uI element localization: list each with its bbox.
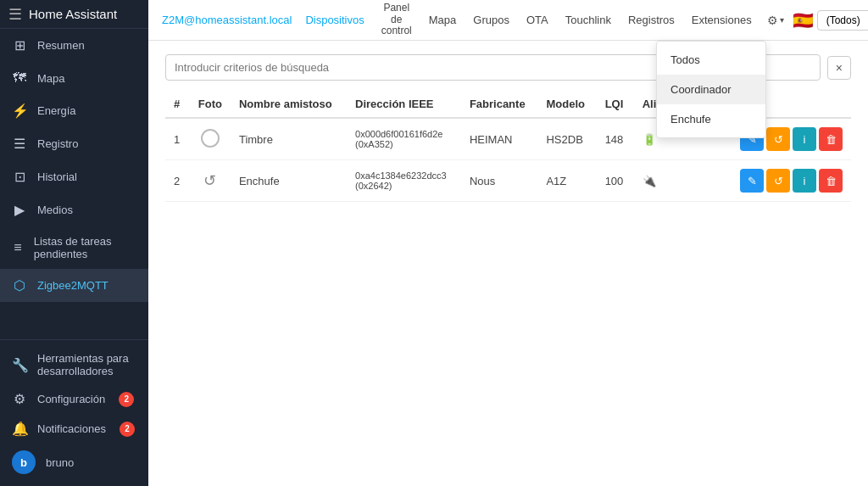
language-flag[interactable]: 🇪🇸 bbox=[793, 10, 814, 31]
config-badge: 2 bbox=[119, 392, 134, 407]
sidebar-item-label: Configuración bbox=[37, 393, 105, 405]
sidebar-item-medios[interactable]: ▶ Medios bbox=[0, 193, 148, 226]
refresh-button[interactable]: ↺ bbox=[766, 127, 790, 151]
dropdown-item-enchufe[interactable]: Enchufe bbox=[657, 104, 765, 134]
resumen-icon: ⊞ bbox=[12, 37, 27, 53]
nav-grupos[interactable]: Grupos bbox=[466, 10, 516, 30]
row2-num: 2 bbox=[165, 160, 190, 202]
sidebar-item-label: Herramientas para desarrolladores bbox=[37, 352, 136, 377]
config-icon: ⚙ bbox=[12, 391, 27, 407]
app-title: Home Assistant bbox=[29, 7, 117, 21]
sidebar-item-historial[interactable]: ⊡ Historial bbox=[0, 160, 148, 193]
row1-num: 1 bbox=[165, 118, 190, 160]
developer-icon: 🔧 bbox=[12, 357, 27, 373]
filter-select[interactable]: (Todos) Coordinador Router End Device bbox=[817, 10, 868, 31]
sidebar-item-mapa[interactable]: 🗺 Mapa bbox=[0, 62, 148, 94]
row2-ieee: 0xa4c1384e6232dcc3(0x2642) bbox=[347, 160, 461, 202]
clear-search-button[interactable]: × bbox=[827, 56, 851, 80]
row2-actions: ✎ ↺ i 🗑 bbox=[725, 160, 851, 202]
refresh-button[interactable]: ↺ bbox=[766, 169, 790, 193]
sidebar-item-configuracion[interactable]: ⚙ Configuración 2 bbox=[0, 384, 148, 414]
col-nombre: Nombre amistoso bbox=[231, 91, 347, 118]
settings-button[interactable]: ⚙ ▾ bbox=[762, 10, 789, 31]
filter-dropdown: Todos Coordinador Enchufe bbox=[656, 41, 766, 138]
sidebar-item-label: Historial bbox=[37, 170, 77, 183]
nav-extensiones[interactable]: Extensiones bbox=[685, 10, 759, 30]
sidebar-item-label: Registro bbox=[37, 137, 78, 150]
notification-icon: 🔔 bbox=[12, 421, 27, 437]
col-lqi: LQI bbox=[597, 91, 634, 118]
sidebar-item-registro[interactable]: ☰ Registro bbox=[0, 127, 148, 160]
row1-modelo[interactable]: HS2DB bbox=[537, 118, 596, 160]
dropdown-item-coordinador[interactable]: Coordinador bbox=[657, 75, 765, 104]
info-button[interactable]: i bbox=[793, 127, 816, 151]
nav-touchlink[interactable]: Touchlink bbox=[559, 10, 618, 30]
sidebar-item-label: Medios bbox=[37, 204, 73, 216]
sidebar-item-energia[interactable]: ⚡ Energía bbox=[0, 94, 148, 127]
sidebar-item-listas[interactable]: ≡ Listas de tareas pendientes bbox=[0, 226, 148, 269]
power-icon: 🔌 bbox=[643, 175, 656, 187]
row2-fabricante[interactable]: Nous bbox=[461, 160, 538, 202]
row2-name[interactable]: Enchufe bbox=[231, 160, 347, 202]
sidebar-nav: ⊞ Resumen 🗺 Mapa ⚡ Energía ☰ Registro ⊡ … bbox=[0, 29, 148, 339]
delete-button[interactable]: 🗑 bbox=[819, 127, 843, 151]
medios-icon: ▶ bbox=[12, 202, 27, 218]
historial-icon: ⊡ bbox=[12, 169, 27, 185]
nav-registros[interactable]: Registros bbox=[621, 10, 682, 30]
row1-lqi: 148 bbox=[597, 118, 634, 160]
delete-button[interactable]: 🗑 bbox=[819, 169, 843, 193]
device-refresh-icon: ↺ bbox=[203, 172, 216, 189]
user-label: bruno bbox=[46, 456, 74, 469]
row2-modelo[interactable]: A1Z bbox=[537, 160, 596, 202]
row1-name[interactable]: Timbre bbox=[231, 118, 347, 160]
col-fabricante: Fabricante bbox=[461, 91, 538, 118]
registro-icon: ☰ bbox=[12, 136, 27, 152]
edit-button[interactable]: ✎ bbox=[740, 169, 764, 193]
nav-ota[interactable]: OTA bbox=[520, 10, 555, 30]
z2m-link[interactable]: Z2M@homeassistant.local bbox=[162, 10, 292, 30]
nav-dispositivos[interactable]: Dispositivos bbox=[298, 10, 370, 30]
col-ieee: Dirección IEEE bbox=[347, 91, 461, 118]
sidebar-header: ☰ Home Assistant bbox=[0, 0, 148, 29]
device-photo-icon bbox=[201, 129, 220, 148]
sidebar-item-zigbee2mqtt[interactable]: ⬡ Zigbee2MQTT bbox=[0, 269, 148, 302]
row2-lqi: 100 bbox=[597, 160, 634, 202]
topnav: Z2M@homeassistant.local Dispositivos Pan… bbox=[148, 0, 868, 41]
notification-badge: 2 bbox=[120, 422, 135, 437]
action-buttons: ✎ ↺ i 🗑 bbox=[733, 169, 843, 193]
col-foto: Foto bbox=[190, 91, 231, 118]
sidebar-item-label: Energía bbox=[37, 104, 76, 117]
row2-photo: ↺ bbox=[190, 160, 231, 202]
row1-ieee: 0x000d6f00161f6d2e(0xA352) bbox=[347, 118, 461, 160]
sidebar-item-user[interactable]: b bruno bbox=[0, 444, 148, 481]
sidebar-item-developer-tools[interactable]: 🔧 Herramientas para desarrolladores bbox=[0, 345, 148, 384]
nav-panel[interactable]: Paneldecontrol bbox=[375, 0, 419, 41]
listas-icon: ≡ bbox=[12, 240, 24, 255]
info-button[interactable]: i bbox=[793, 169, 816, 193]
row1-photo bbox=[190, 118, 231, 160]
nav-mapa[interactable]: Mapa bbox=[422, 10, 464, 30]
dropdown-item-todos[interactable]: Todos bbox=[657, 45, 765, 75]
row2-power: 🔌 bbox=[634, 160, 725, 202]
sidebar-item-label: Resumen bbox=[37, 39, 85, 52]
zigbee-icon: ⬡ bbox=[12, 277, 27, 293]
avatar: b bbox=[12, 450, 36, 474]
sidebar-item-label: Zigbee2MQTT bbox=[37, 279, 108, 292]
energia-icon: ⚡ bbox=[12, 103, 27, 119]
sidebar-item-label: Notificaciones bbox=[37, 422, 106, 435]
main-content: Z2M@homeassistant.local Dispositivos Pan… bbox=[148, 0, 868, 486]
filter-wrap: (Todos) Coordinador Router End Device bbox=[817, 10, 868, 31]
sidebar-item-notificaciones[interactable]: 🔔 Notificaciones 2 bbox=[0, 414, 148, 444]
mapa-icon: 🗺 bbox=[12, 70, 27, 86]
col-num: # bbox=[165, 91, 190, 118]
sidebar-item-label: Mapa bbox=[37, 72, 65, 85]
sidebar: ☰ Home Assistant ⊞ Resumen 🗺 Mapa ⚡ Ener… bbox=[0, 0, 148, 486]
col-modelo: Modelo bbox=[537, 91, 596, 118]
power-icon: 🔋 bbox=[643, 133, 656, 146]
sidebar-item-label: Listas de tareas pendientes bbox=[34, 235, 136, 260]
sidebar-item-resumen[interactable]: ⊞ Resumen bbox=[0, 29, 148, 62]
table-row: 2 ↺ Enchufe 0xa4c1384e6232dcc3(0x2642) N… bbox=[165, 160, 851, 202]
sidebar-bottom: 🔧 Herramientas para desarrolladores ⚙ Co… bbox=[0, 339, 148, 486]
row1-fabricante[interactable]: HEIMAN bbox=[461, 118, 538, 160]
menu-icon[interactable]: ☰ bbox=[8, 5, 22, 24]
